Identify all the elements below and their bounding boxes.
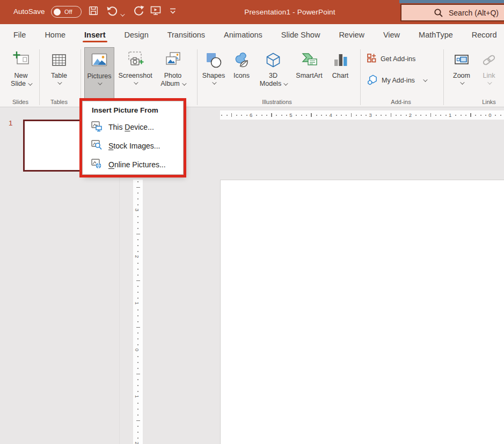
new-slide-label2: Slide [11,80,26,88]
table-icon [50,47,68,69]
group-separator [39,49,40,105]
tab-view[interactable]: View [383,26,400,43]
tab-slide-show[interactable]: Slide Show [281,26,321,43]
smartart-label: SmartArt [296,71,322,80]
ruler-dot [435,115,436,116]
ruler-number: 5 [289,112,292,118]
ruler-dot [137,239,138,240]
3d-models-button[interactable]: 3D Models [257,47,290,100]
group-separator [81,49,81,105]
search-box[interactable]: Search (Alt+Q) [400,4,504,21]
ruler-dot [137,204,138,205]
screenshot-icon [126,47,144,69]
ruler-dot [137,198,138,199]
powerpoint-window: AutoSave Off [0,0,504,444]
slide-editing-area[interactable] [220,180,504,444]
undo-dropdown-chevron[interactable] [120,9,123,19]
dropdown-chevron-icon [423,77,427,82]
group-separator [443,49,444,105]
ruler-tick [311,113,312,117]
photo-album-label: Photo [164,71,182,80]
pictures-icon [90,48,108,69]
autosave-toggle-knob [54,9,61,16]
undo-button[interactable] [105,4,120,19]
ruler-tick [136,420,140,421]
ruler-tick [231,113,232,117]
tab-home[interactable]: Home [44,26,66,43]
ruler-dot [137,362,138,363]
ruler-dot [137,245,138,246]
tab-insert[interactable]: Insert [84,26,106,43]
ruler-dot [137,391,138,392]
ruler-dot [137,222,138,223]
ruler-dot [306,115,307,116]
ruler-dot [137,338,138,339]
table-button[interactable]: Table [46,47,72,100]
ruler-tick [391,113,392,117]
pictures-button[interactable]: Pictures [84,47,114,100]
ruler-dot [266,115,267,116]
ruler-dot [261,115,262,116]
ruler-dot [440,115,441,116]
icons-icon [232,47,251,69]
ruler-dot [500,115,501,116]
tab-record[interactable]: Record [471,26,498,43]
tab-animations[interactable]: Animations [223,26,263,43]
icons-button[interactable]: Icons [229,47,254,100]
title-bar: AutoSave Off [0,0,504,24]
ruler-dot [137,193,138,194]
tab-review[interactable]: Review [338,26,365,43]
ruler-dot [221,115,222,116]
ruler-dot [406,115,407,116]
ruler-dot [396,115,397,116]
ruler-dot [256,115,257,116]
vertical-ruler: 321012 [133,180,143,444]
new-slide-button[interactable]: New Slide [5,47,36,100]
ruler-dot [137,286,138,287]
group-label-links: Links [476,99,502,105]
chart-button[interactable]: Chart [328,47,353,100]
customize-quick-access-button[interactable] [165,4,180,19]
autosave-label: AutoSave [13,8,45,16]
ruler-dot [236,115,237,116]
ruler-number: 6 [250,112,252,118]
slide-thumbnail[interactable] [23,120,82,172]
ruler-tick [470,113,471,117]
ruler-dot [316,115,317,116]
tab-design[interactable]: Design [124,26,149,43]
tab-transitions[interactable]: Transitions [167,26,206,43]
link-icon [480,47,498,69]
zoom-button[interactable]: Zoom [449,47,474,100]
icons-label: Icons [233,71,250,80]
ruler-dot [326,115,327,116]
ruler-dot [137,426,138,427]
shapes-button[interactable]: Shapes [200,47,228,100]
shapes-label: Shapes [202,71,225,80]
smartart-button[interactable]: SmartArt [291,47,327,100]
autosave-toggle[interactable]: Off [51,6,82,18]
tab-file[interactable]: File [13,26,26,43]
redo-button[interactable] [132,4,147,19]
ruler-dot [286,115,287,116]
zoom-label: Zoom [453,71,470,80]
save-button[interactable] [86,4,101,19]
ruler-dot [276,115,277,116]
ruler-dot [336,115,337,116]
dropdown-chevron-icon [460,80,464,84]
ruler-dot [361,115,362,116]
ruler-dot [137,292,138,293]
screenshot-button[interactable]: Screenshot [115,47,155,100]
my-add-ins-button[interactable]: My Add-ins [367,74,426,87]
start-slideshow-button[interactable] [148,4,163,19]
customize-toolbar-icon [167,5,178,18]
ruler-tick [430,113,432,117]
ruler-dot [376,115,377,116]
tab-mathtype[interactable]: MathType [418,26,454,43]
ruler-tick [271,113,272,117]
get-add-ins-button[interactable]: Get Add-ins [367,53,415,65]
link-button[interactable]: Link [477,47,501,100]
ruler-tick [136,374,140,375]
photo-album-button[interactable]: Photo Album [156,47,189,100]
window-title: Presentation1 - PowerPoint [215,0,365,24]
ruler-number: 3 [134,209,140,211]
